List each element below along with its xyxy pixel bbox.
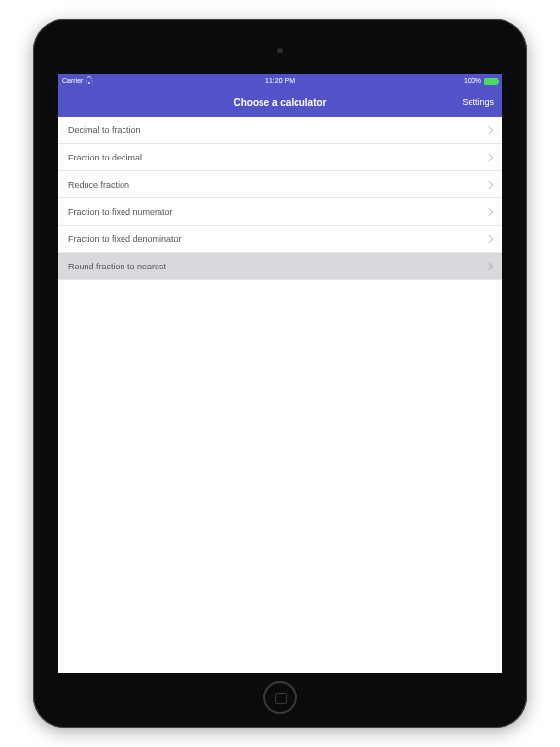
battery-icon: [484, 78, 498, 85]
list-item[interactable]: Fraction to decimal: [58, 144, 502, 171]
page-title: Choose a calculator: [233, 97, 326, 108]
chevron-right-icon: [485, 262, 493, 269]
status-time: 11:20 PM: [58, 74, 502, 88]
front-camera-icon: [276, 47, 284, 54]
list-item-label: Fraction to decimal: [68, 153, 486, 162]
list-item[interactable]: Decimal to fraction: [58, 117, 502, 144]
nav-bar: Choose a calculator Settings: [58, 88, 502, 117]
list-item-label: Round fraction to nearest: [68, 262, 486, 271]
home-button[interactable]: [263, 681, 297, 714]
list-item[interactable]: Fraction to fixed numerator: [58, 198, 502, 226]
chevron-right-icon: [485, 180, 493, 188]
chevron-right-icon: [485, 207, 493, 215]
list-item-label: Fraction to fixed numerator: [68, 207, 486, 217]
list-item[interactable]: Reduce fraction: [58, 171, 502, 198]
list-item-label: Reduce fraction: [68, 180, 486, 190]
list-item-label: Fraction to fixed denominator: [68, 234, 486, 244]
battery-percent: 100%: [464, 74, 481, 88]
ipad-frame: Carrier 11:20 PM 100% Choose a calculato…: [33, 19, 527, 728]
settings-button[interactable]: Settings: [462, 88, 494, 117]
list-item[interactable]: Fraction to fixed denominator: [58, 226, 502, 253]
list-item-label: Decimal to fraction: [68, 125, 486, 135]
calculator-list: Decimal to fraction Fraction to decimal …: [58, 117, 502, 280]
device-screen: Carrier 11:20 PM 100% Choose a calculato…: [58, 74, 502, 673]
list-item[interactable]: Round fraction to nearest: [58, 253, 502, 280]
status-bar: Carrier 11:20 PM 100%: [58, 74, 502, 88]
chevron-right-icon: [485, 234, 493, 242]
chevron-right-icon: [485, 125, 493, 133]
chevron-right-icon: [485, 153, 493, 160]
